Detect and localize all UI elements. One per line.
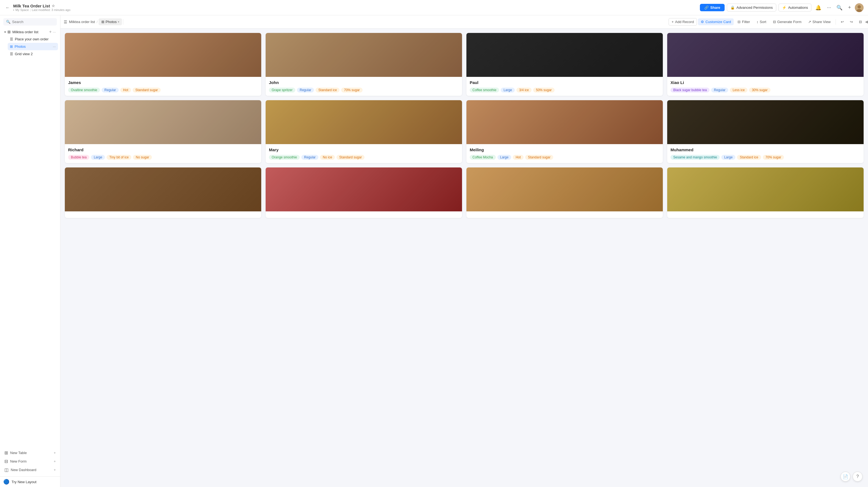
back-button[interactable]: ← [4,4,11,11]
new-form-label: New Form [10,459,27,463]
sidebar-item-grid-view-2[interactable]: ☰ Grid view 2 [8,50,58,58]
card-james[interactable]: James Ovaltine smoothieRegularHotStandar… [65,33,261,96]
search-button[interactable]: 🔍 [835,3,844,12]
card-body: John Grape spritzerRegularStandard ice70… [266,77,462,96]
sort-button[interactable]: ↕ Sort [754,19,769,25]
more-button[interactable]: ··· [825,3,833,12]
undo-button[interactable]: ↩ [838,19,846,25]
card-image [667,100,864,144]
svg-point-1 [858,5,861,8]
new-table-plus-icon: + [54,451,56,455]
new-dashboard-action[interactable]: ◫ New Dashboard + [2,465,58,474]
gallery-icon: ⊞ [10,44,13,48]
card-row3c[interactable] [466,167,663,218]
card-row3d[interactable] [667,167,864,218]
tree-group-toggle[interactable]: ▾ ⊞ Milktea order list [4,30,38,34]
new-dashboard-icon: ◫ [4,467,8,473]
card-richard[interactable]: Richard Bubble teaLargeTiny bit of iceNo… [65,100,261,163]
card-xiao-li[interactable]: Xiao Li Black sugar bubble teaRegularLes… [667,33,864,96]
new-form-action[interactable]: ⊟ New Form + [2,457,58,465]
card-muhammed[interactable]: Muhammed Sesame and mango smoothieLargeS… [667,100,864,163]
tag: 70% sugar [763,155,784,160]
share-button[interactable]: 🔗 Share [700,4,724,11]
help-button[interactable]: ? [852,472,863,482]
filter-label: Filter [742,20,750,24]
sidebar-item-place-order[interactable]: ☰ Place your own order [8,35,58,43]
table-icon: ⊞ [7,30,11,34]
card-row3a[interactable] [65,167,261,218]
tab-photos-icon: ⊞ [101,20,104,24]
card-image [266,100,462,144]
search-input[interactable] [12,20,54,24]
tag: Sesame and mango smoothie [671,155,720,160]
filter-icon: ⊟ [738,20,741,24]
card-meiling[interactable]: Meiling Coffee MochaLargeHotStandard sug… [466,100,663,163]
photos-more-button[interactable]: ··· [53,44,56,48]
card-body: Paul Coffee smoothieLarge3/4 ice50% suga… [466,77,663,96]
bell-button[interactable]: 🔔 [814,3,823,12]
card-mary[interactable]: Mary Orange smoothieRegularNo iceStandar… [266,100,462,163]
tag: Black sugar bubble tea [671,88,710,93]
add-record-button[interactable]: + Add Record [669,18,697,26]
new-table-action[interactable]: ⊞ New Table + [2,449,58,457]
sidebar-spacer [0,237,60,447]
card-image [667,167,864,212]
tree-add-button[interactable]: + [49,29,52,34]
star-icon[interactable]: ☆ [52,4,55,8]
sidebar-tree: ▾ ⊞ Milktea order list + ··· ☰ Place you… [0,28,60,237]
toolbar-divider-2 [836,19,836,25]
redo-button[interactable]: ↪ [847,19,856,25]
card-body: Meiling Coffee MochaLargeHotStandard sug… [466,144,663,163]
tree-group: ▾ ⊞ Milktea order list + ··· ☰ Place you… [2,28,58,58]
add-record-label: Add Record [675,20,694,24]
tree-more-button[interactable]: ··· [53,29,56,34]
tag: Regular [102,88,119,93]
tab-photos[interactable]: ⊞ Photos ▾ [99,19,122,25]
photos-item-actions: ··· [53,44,56,48]
filter-button[interactable]: ⊟ Filter [735,19,753,25]
title-area: Milk Tea Order List ☆ ▪ My Space | Last … [13,4,70,11]
doc-button[interactable]: 📄 [840,472,850,482]
card-row3b[interactable] [266,167,462,218]
card-image [667,33,864,77]
sidebar-bottom-actions: ⊞ New Table + ⊟ New Form + ◫ New Dashboa… [0,446,60,476]
sidebar-item-photos[interactable]: ⊞ Photos ··· [8,43,58,50]
card-tags: Sesame and mango smoothieLargeStandard i… [671,155,860,160]
try-new-layout[interactable]: 🔵 Try New Layout [0,476,60,487]
plus-button[interactable]: + [846,3,852,12]
search-icon: 🔍 [6,20,10,24]
avatar[interactable] [855,3,864,12]
new-dashboard-plus-icon: + [54,468,56,472]
advanced-permissions-button[interactable]: 🔒 Advanced Permissions [727,4,776,11]
breadcrumb: ☰ Milktea order list / [64,20,97,24]
workspace-label: My Space [16,8,29,11]
customize-card-icon: ⚙ [701,20,704,24]
tag: Ovaltine smoothie [68,88,100,93]
search-records-button[interactable]: ⊟ [856,19,865,25]
tag: Standard sugar [133,88,161,93]
content-area: ☰ Milktea order list / ⊞ Photos ▾ + Add … [60,15,868,487]
automations-button[interactable]: ⚡ Automations [778,4,811,11]
breadcrumb-table-name[interactable]: Milktea order list [69,20,95,24]
share-icon: 🔗 [704,5,709,10]
card-body: Muhammed Sesame and mango smoothieLargeS… [667,144,864,163]
tag: Regular [711,88,728,93]
card-paul[interactable]: Paul Coffee smoothieLarge3/4 ice50% suga… [466,33,663,96]
search-input-wrap[interactable]: 🔍 [3,18,57,26]
tag: 70% sugar [341,88,362,93]
share-view-button[interactable]: ↗ Share View [805,19,833,25]
generate-form-button[interactable]: ⊟ Generate Form [770,19,804,25]
card-name: Xiao Li [671,80,860,85]
customize-card-button[interactable]: ⚙ Customize Card [698,19,734,25]
sidebar-item-label: Grid view 2 [15,52,33,56]
tag: No ice [320,155,335,160]
card-john[interactable]: John Grape spritzerRegularStandard ice70… [266,33,462,96]
undo-redo: ↩ ↪ ⊟ [838,19,865,25]
toolbar: ☰ Milktea order list / ⊞ Photos ▾ + Add … [60,15,868,29]
card-body [65,212,261,218]
tag: Standard ice [316,88,340,93]
tag: 30% sugar [749,88,770,93]
tree-group-name: Milktea order list [12,30,38,34]
card-tags: Orange smoothieRegularNo iceStandard sug… [269,155,459,160]
card-name: Muhammed [671,148,860,152]
